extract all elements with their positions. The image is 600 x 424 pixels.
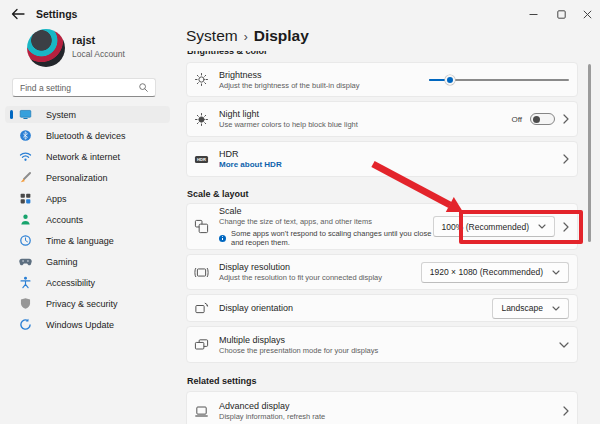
- close-button[interactable]: [580, 8, 594, 20]
- sidebar-item-accessibility[interactable]: Accessibility: [5, 274, 170, 291]
- chevron-right-icon: [563, 114, 569, 124]
- display-resolution-dropdown[interactable]: 1920 × 1080 (Recommended): [421, 262, 569, 283]
- night-light-state: Off: [511, 115, 522, 124]
- clock-icon: [19, 234, 32, 247]
- brightness-subtitle: Adjust the brightness of the built-in di…: [219, 81, 360, 90]
- avatar: [27, 29, 65, 67]
- maximize-icon: [557, 10, 566, 19]
- wifi-icon: [19, 150, 32, 163]
- shield-icon: [19, 297, 32, 310]
- scrollbar-thumb[interactable]: [588, 64, 591, 242]
- sidebar-item-apps[interactable]: Apps: [5, 190, 170, 207]
- brightness-slider[interactable]: [429, 74, 569, 86]
- info-icon: [219, 235, 226, 242]
- brightness-title: Brightness: [219, 70, 360, 80]
- section-related-settings: Related settings: [187, 376, 257, 386]
- close-icon: [583, 10, 592, 19]
- night-light-card[interactable]: Night light Use warmer colors to help bl…: [186, 101, 578, 137]
- user-name: rajst: [72, 34, 95, 46]
- hdr-card[interactable]: HDR HDR More about HDR: [186, 141, 578, 177]
- maximize-button[interactable]: [554, 8, 568, 20]
- chevron-down-icon: [538, 224, 546, 229]
- section-brightness-color: Brightness & color: [187, 51, 268, 58]
- scale-info-text: Some apps won't respond to scaling chang…: [231, 229, 433, 247]
- chevron-right-icon: [563, 154, 569, 164]
- hdr-icon: HDR: [194, 152, 209, 167]
- search-icon: [138, 82, 149, 93]
- sidebar-item-bluetooth-devices[interactable]: Bluetooth & devices: [5, 127, 170, 144]
- sidebar-item-label: Windows Update: [46, 320, 114, 330]
- hdr-title: HDR: [219, 149, 282, 159]
- sidebar-item-label: Accounts: [46, 215, 83, 225]
- multiple-displays-subtitle: Choose the presentation mode for your di…: [219, 346, 378, 355]
- sidebar-item-gaming[interactable]: Gaming: [5, 253, 170, 270]
- toggle-knob: [533, 116, 540, 123]
- advanced-display-subtitle: Display information, refresh rate: [219, 412, 325, 421]
- sidebar: rajst Local Account System Bluetooth & d…: [0, 28, 178, 424]
- brightness-card: Brightness Adjust the brightness of the …: [186, 62, 578, 97]
- display-orientation-value: Landscape: [501, 303, 543, 313]
- minimize-icon: [529, 10, 538, 19]
- gamepad-icon: [19, 255, 32, 268]
- scale-info: Some apps won't respond to scaling chang…: [219, 229, 433, 247]
- window-title: Settings: [36, 8, 77, 20]
- sidebar-item-label: Network & internet: [46, 152, 120, 162]
- multiple-displays-card[interactable]: Multiple displays Choose the presentatio…: [186, 326, 578, 363]
- accessibility-person-icon: [19, 276, 32, 289]
- chevron-right-icon: [563, 406, 569, 416]
- scale-dropdown[interactable]: 100% (Recommended): [433, 216, 555, 237]
- sidebar-item-network-internet[interactable]: Network & internet: [5, 148, 170, 165]
- person-icon: [19, 213, 32, 226]
- bluetooth-icon: [19, 129, 32, 142]
- back-button[interactable]: [10, 7, 26, 21]
- chevron-down-icon: [552, 306, 560, 311]
- chevron-down-icon: [552, 270, 560, 275]
- section-scale-layout: Scale & layout: [187, 189, 249, 199]
- sidebar-item-windows-update[interactable]: Windows Update: [5, 316, 170, 333]
- multiple-displays-title: Multiple displays: [219, 335, 378, 345]
- display-orientation-dropdown[interactable]: Landscape: [492, 298, 569, 319]
- night-light-subtitle: Use warmer colors to help block blue lig…: [219, 120, 358, 129]
- back-arrow-icon: [10, 7, 26, 21]
- sidebar-item-label: System: [46, 110, 76, 120]
- sidebar-item-label: Apps: [46, 194, 67, 204]
- system-icon: [19, 108, 32, 121]
- chevron-right-icon: [563, 222, 569, 232]
- sidebar-nav: System Bluetooth & devices Network & int…: [5, 106, 170, 337]
- breadcrumb-separator: ›: [238, 30, 254, 44]
- page-title: System›Display: [186, 27, 309, 45]
- sidebar-item-system[interactable]: System: [5, 106, 170, 123]
- search-input[interactable]: [13, 83, 138, 93]
- search-box[interactable]: [12, 78, 156, 97]
- display-resolution-subtitle: Adjust the resolution to fit your connec…: [219, 273, 382, 282]
- display-orientation-icon: [194, 301, 209, 316]
- sidebar-item-personalization[interactable]: Personalization: [5, 169, 170, 186]
- sidebar-item-time-language[interactable]: Time & language: [5, 232, 170, 249]
- display-resolution-title: Display resolution: [219, 262, 382, 272]
- sidebar-item-label: Personalization: [46, 173, 108, 183]
- breadcrumb-system[interactable]: System: [186, 27, 238, 44]
- brightness-sun-icon: [194, 72, 209, 87]
- display-orientation-title: Display orientation: [219, 303, 293, 313]
- hdr-more-link[interactable]: More about HDR: [219, 160, 282, 169]
- user-account-type: Local Account: [72, 49, 125, 59]
- scale-subtitle: Change the size of text, apps, and other…: [219, 217, 433, 226]
- brightness-slider-thumb[interactable]: [445, 75, 455, 85]
- sidebar-item-label: Gaming: [46, 257, 78, 267]
- scale-card[interactable]: Scale Change the size of text, apps, and…: [186, 203, 578, 250]
- multiple-displays-icon: [194, 337, 209, 352]
- breadcrumb-display: Display: [254, 27, 309, 44]
- sidebar-item-accounts[interactable]: Accounts: [5, 211, 170, 228]
- minimize-button[interactable]: [526, 8, 540, 20]
- brush-icon: [19, 171, 32, 184]
- advanced-display-title: Advanced display: [219, 401, 325, 411]
- display-orientation-card: Display orientation Landscape: [186, 294, 578, 322]
- advanced-display-icon: [194, 404, 209, 419]
- sidebar-item-label: Time & language: [46, 236, 114, 246]
- night-light-toggle[interactable]: [530, 113, 555, 125]
- sidebar-item-privacy-security[interactable]: Privacy & security: [5, 295, 170, 312]
- night-light-icon: [194, 112, 209, 127]
- advanced-display-card[interactable]: Advanced display Display information, re…: [186, 391, 578, 424]
- svg-text:HDR: HDR: [197, 157, 206, 162]
- scale-title: Scale: [219, 206, 433, 216]
